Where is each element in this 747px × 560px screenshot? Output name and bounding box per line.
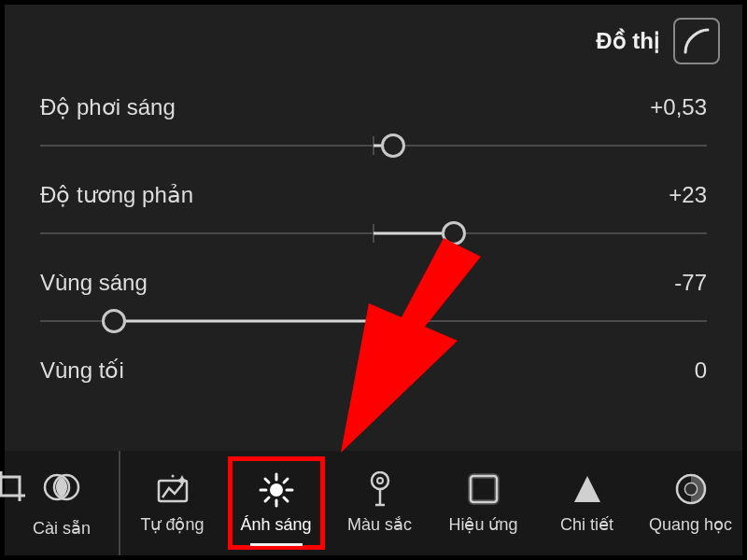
contrast-slider-block: Độ tương phản +23 (40, 182, 707, 245)
highlights-label: Vùng sáng (40, 270, 148, 296)
shadows-value: 0 (695, 357, 707, 384)
svg-point-22 (685, 483, 697, 495)
highlights-thumb[interactable] (102, 309, 126, 333)
svg-point-14 (377, 478, 383, 483)
presets-icon (42, 468, 81, 511)
highlights-value: -77 (674, 270, 707, 296)
panel-header: Đồ thị (5, 5, 742, 74)
highlights-slider[interactable] (40, 309, 707, 333)
tab-selected-underline (250, 543, 303, 546)
tab-light-label: Ánh sáng (240, 515, 311, 535)
svg-line-9 (265, 479, 269, 483)
tab-optics[interactable]: Quang học (639, 451, 742, 555)
svg-point-4 (270, 483, 283, 497)
tone-curve-button[interactable] (673, 18, 720, 64)
light-icon (259, 472, 294, 508)
optics-icon (673, 471, 709, 507)
tab-effects-label: Hiệu ứng (448, 514, 517, 535)
tab-color[interactable]: Màu sắc (328, 451, 431, 555)
auto-icon (154, 471, 191, 507)
shadows-slider-block: Vùng tối 0 (40, 357, 707, 384)
contrast-label: Độ tương phản (40, 182, 193, 208)
panel-title: Đồ thị (596, 28, 660, 54)
contrast-value: +23 (669, 182, 707, 208)
shadows-label: Vùng tối (40, 357, 124, 384)
tabs-container: Tự động (120, 451, 742, 555)
presets-tab[interactable]: Cài sẵn (5, 451, 120, 555)
curve-icon (682, 26, 712, 56)
tab-effects[interactable]: Hiệu ứng (431, 451, 535, 555)
svg-line-12 (265, 497, 269, 501)
exposure-slider[interactable] (40, 133, 707, 158)
exposure-value: +0,53 (650, 94, 707, 120)
effects-icon (467, 471, 500, 507)
bottom-toolbar: Cài sẵn Tự động (5, 451, 742, 555)
tab-auto[interactable]: Tự động (120, 451, 224, 555)
svg-line-11 (284, 479, 288, 483)
editor-panel: Đồ thị Độ phơi sáng +0,53 Độ tương phả (0, 0, 747, 560)
exposure-thumb[interactable] (381, 133, 405, 158)
sliders-container: Độ phơi sáng +0,53 Độ tương phản +23 (5, 74, 742, 384)
tab-optics-label: Quang học (649, 514, 732, 535)
svg-point-13 (372, 472, 388, 489)
exposure-label: Độ phơi sáng (40, 94, 176, 120)
presets-label: Cài sẵn (33, 518, 91, 539)
color-icon (366, 471, 394, 507)
svg-rect-17 (471, 476, 497, 502)
tab-detail-label: Chi tiết (560, 514, 613, 535)
svg-marker-19 (574, 476, 600, 502)
tab-color-label: Màu sắc (347, 514, 412, 535)
highlights-slider-block: Vùng sáng -77 (40, 270, 707, 333)
svg-line-10 (284, 497, 288, 501)
contrast-slider[interactable] (40, 221, 707, 245)
exposure-slider-block: Độ phơi sáng +0,53 (40, 94, 707, 158)
tab-detail[interactable]: Chi tiết (535, 451, 639, 555)
tab-auto-label: Tự động (140, 514, 204, 535)
tab-light[interactable]: Ánh sáng (224, 451, 328, 555)
detail-icon (571, 471, 603, 507)
svg-point-3 (171, 475, 174, 478)
svg-rect-18 (471, 476, 497, 502)
contrast-thumb[interactable] (442, 221, 466, 245)
